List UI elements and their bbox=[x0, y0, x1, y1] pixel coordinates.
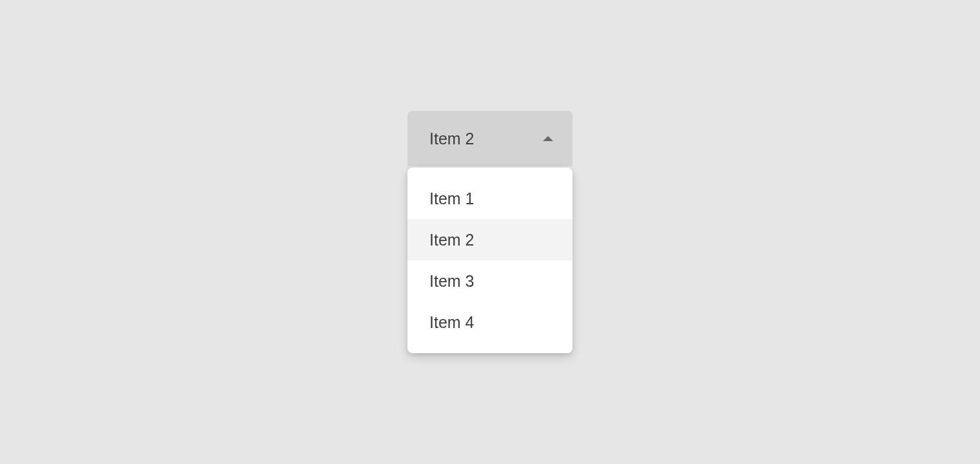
dropdown-selected-label: Item 2 bbox=[429, 130, 474, 148]
dropdown-option-item-2[interactable]: Item 2 bbox=[407, 219, 573, 260]
dropdown-option-label: Item 3 bbox=[429, 272, 474, 291]
dropdown: Item 2 Item 1 Item 2 Item 3 Item 4 bbox=[407, 111, 573, 166]
dropdown-option-item-3[interactable]: Item 3 bbox=[407, 260, 573, 302]
dropdown-option-label: Item 1 bbox=[429, 189, 474, 208]
dropdown-trigger[interactable]: Item 2 bbox=[407, 111, 573, 166]
dropdown-option-label: Item 4 bbox=[429, 313, 474, 332]
dropdown-option-item-1[interactable]: Item 1 bbox=[407, 178, 573, 219]
dropdown-option-label: Item 2 bbox=[429, 231, 474, 249]
chevron-up-icon bbox=[543, 136, 553, 141]
dropdown-menu: Item 1 Item 2 Item 3 Item 4 bbox=[407, 168, 573, 353]
dropdown-option-item-4[interactable]: Item 4 bbox=[407, 302, 573, 343]
